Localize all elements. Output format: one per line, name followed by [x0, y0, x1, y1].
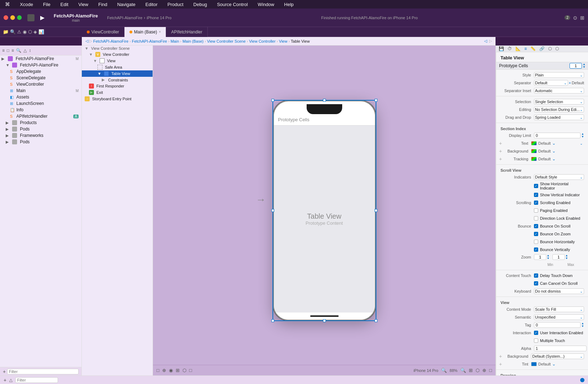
tab-view-controller[interactable]: ViewController: [82, 27, 125, 37]
handle-br[interactable]: [375, 319, 377, 322]
handle-bottom[interactable]: [323, 319, 326, 322]
inspector-size-icon[interactable]: 📏: [529, 46, 537, 52]
semantic-select[interactable]: Unspecified: [534, 314, 584, 320]
tab-main-base[interactable]: Main (Base) ×: [125, 27, 166, 37]
nav-icon-report[interactable]: 📊: [38, 29, 44, 34]
display-limit-input[interactable]: [534, 133, 581, 138]
nav-item-frameworks[interactable]: ▶ Frameworks: [0, 132, 81, 139]
activity-icon[interactable]: ⊙: [573, 15, 577, 21]
text-dropdown-arrow[interactable]: ⌄: [552, 141, 556, 146]
separator-inset-select[interactable]: Automatic Custom: [534, 88, 584, 94]
nav-item-pods2[interactable]: ▶ Pods: [0, 139, 81, 145]
menu-window[interactable]: Window: [256, 1, 276, 8]
prototype-cells-decrement[interactable]: ▼: [583, 66, 586, 69]
add-file-icon[interactable]: +: [3, 369, 6, 374]
cancel-scroll-checkbox[interactable]: ✓: [534, 281, 538, 286]
zoom-max-input[interactable]: [552, 254, 565, 260]
handle-top[interactable]: [323, 99, 326, 102]
nav-item-root[interactable]: ▶ FetchAPI-AlamoFire M: [0, 55, 81, 62]
menu-debug[interactable]: Debug: [191, 1, 209, 8]
close-button[interactable]: [4, 15, 8, 20]
tint-swatch[interactable]: [531, 362, 537, 366]
canvas-extra-icon-1[interactable]: ⊞: [469, 368, 473, 373]
indicators-select[interactable]: Default Style: [534, 174, 584, 180]
menu-file[interactable]: File: [41, 1, 53, 8]
nav-item-group[interactable]: ▼ FetchAPI-AlamoFire: [0, 62, 81, 68]
outline-view[interactable]: ▼ View: [82, 58, 153, 64]
nav-icon-folder[interactable]: 📁: [3, 29, 9, 34]
bottom-filter-input[interactable]: [15, 377, 58, 383]
menu-help[interactable]: Help: [282, 1, 296, 8]
bounce-scroll-checkbox[interactable]: ✓: [534, 224, 538, 228]
tab-close-main[interactable]: ×: [159, 30, 161, 34]
iphone-frame[interactable]: Prototype Cells Table View Prototype Con…: [273, 100, 376, 321]
bg2-plus-icon[interactable]: +: [499, 353, 502, 359]
handle-tr[interactable]: [375, 99, 377, 102]
bg2-select[interactable]: Default (System...): [531, 353, 584, 359]
bc-vc[interactable]: View Controller: [249, 39, 275, 43]
nav-icon-debug[interactable]: ⬡: [28, 29, 32, 34]
scrolling-enabled-checkbox[interactable]: ✓: [534, 201, 538, 205]
user-interaction-checkbox[interactable]: ✓: [534, 331, 538, 335]
inspector-quickhelp-icon[interactable]: ⏱: [506, 46, 513, 52]
nav-icon-warning[interactable]: ⚠: [17, 29, 21, 34]
style-select[interactable]: Plain Grouped Inset Grouped: [534, 72, 584, 78]
text-plus-icon[interactable]: +: [499, 140, 502, 146]
canvas-icon-4[interactable]: ⊞: [176, 368, 180, 373]
nav-grid-icon[interactable]: □: [6, 47, 10, 54]
nav-sort-icon[interactable]: ↕: [28, 47, 32, 54]
run-button[interactable]: ▶: [37, 13, 47, 23]
menu-editor[interactable]: Editor: [143, 1, 160, 8]
outline-vc-scene[interactable]: ▼ View Controller Scene: [82, 46, 153, 51]
delay-touch-checkbox[interactable]: ✓: [534, 273, 538, 278]
nav-item-scenedelegate[interactable]: S SceneDelegate: [0, 75, 81, 81]
nav-list-icon[interactable]: ≡: [11, 47, 15, 54]
tracking-dropdown-arrow[interactable]: ⌄: [552, 156, 556, 161]
nav-item-appdelegate[interactable]: S AppDelegate: [0, 68, 81, 75]
bc-forward[interactable]: ▷: [89, 39, 92, 43]
nav-item-info[interactable]: 📋 Info: [0, 107, 81, 113]
canvas-icon-3[interactable]: ◉: [169, 368, 173, 373]
inspector-identity-icon[interactable]: 📐: [514, 46, 522, 52]
tint-plus-icon[interactable]: +: [499, 361, 502, 367]
menu-edit[interactable]: Edit: [58, 1, 70, 8]
bg-color-swatch[interactable]: [531, 149, 537, 153]
apple-menu[interactable]: ⌘: [3, 1, 12, 8]
display-limit-decrement[interactable]: ▼: [581, 135, 584, 138]
filter-icon[interactable]: △: [9, 378, 12, 383]
canvas-icon-6[interactable]: □: [189, 368, 192, 373]
show-vertical-checkbox[interactable]: ✓: [534, 193, 538, 197]
paging-enabled-checkbox[interactable]: [534, 208, 538, 213]
bounce-h-checkbox[interactable]: [534, 240, 538, 244]
bc-vc-scene[interactable]: View Controller Scene: [207, 39, 246, 43]
inspector-attributes-icon[interactable]: ≡: [523, 46, 528, 52]
outline-constraints[interactable]: ▶ Constraints: [82, 77, 153, 83]
handle-left[interactable]: [271, 209, 274, 212]
filter-input[interactable]: [7, 369, 79, 374]
drag-drop-select[interactable]: Spring Loaded: [534, 114, 584, 120]
nav-item-pods[interactable]: ▶ Pods: [0, 126, 81, 132]
tag-decrement[interactable]: ▼: [581, 325, 584, 328]
bc-project[interactable]: FetchAPI-AlamoFire: [93, 39, 128, 43]
outline-table-view[interactable]: ▼ Table View: [82, 70, 153, 77]
multiple-touch-checkbox[interactable]: [534, 338, 538, 343]
outline-entry-point[interactable]: → Storyboard Entry Point: [82, 96, 153, 102]
bc-nav-prev[interactable]: ◁: [484, 39, 487, 43]
minimize-button[interactable]: [10, 15, 15, 20]
bc-table-view[interactable]: Table View: [291, 39, 310, 43]
tint-dropdown-arrow[interactable]: ⌄: [552, 362, 556, 367]
zoom-min-input[interactable]: [534, 254, 546, 260]
canvas-icon-5[interactable]: ⬡: [182, 368, 186, 373]
inspector-toggle[interactable]: ⊞: [580, 15, 584, 21]
menu-navigate[interactable]: Navigate: [115, 1, 137, 8]
scheme-selector[interactable]: FetchAPI-AlamoFire: [107, 16, 142, 20]
bc-back[interactable]: ◁: [85, 39, 88, 43]
prototype-cells-input[interactable]: [570, 63, 582, 69]
device-selector[interactable]: iPhone 14 Pro: [147, 16, 171, 20]
separator-select[interactable]: Default None Single Line: [534, 80, 568, 86]
nav-item-assets[interactable]: ◧ Assets: [0, 94, 81, 100]
canvas-icon-1[interactable]: □: [157, 368, 159, 373]
editing-select[interactable]: No Selection During Edi...: [534, 107, 584, 112]
zoom-min-decrement[interactable]: ▼: [547, 257, 550, 260]
bc-nav-next[interactable]: ▷: [489, 39, 492, 43]
